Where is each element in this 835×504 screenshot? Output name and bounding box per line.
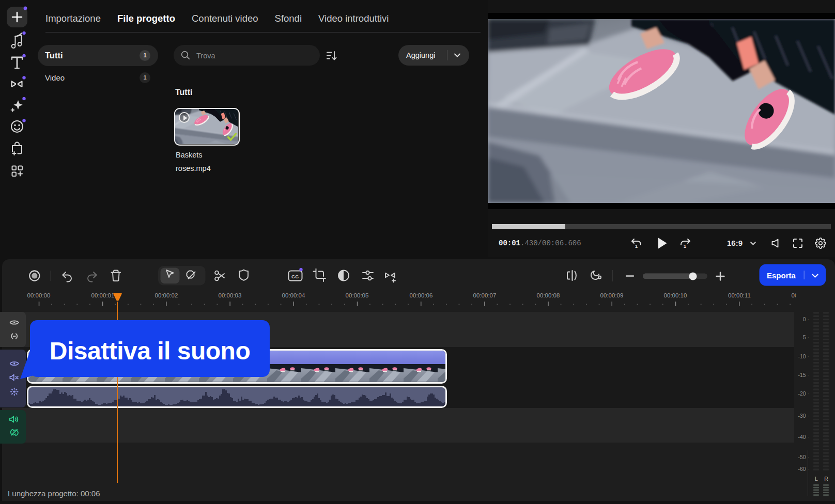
svg-text:1: 1 <box>684 244 686 249</box>
svg-text:1: 1 <box>635 244 638 249</box>
